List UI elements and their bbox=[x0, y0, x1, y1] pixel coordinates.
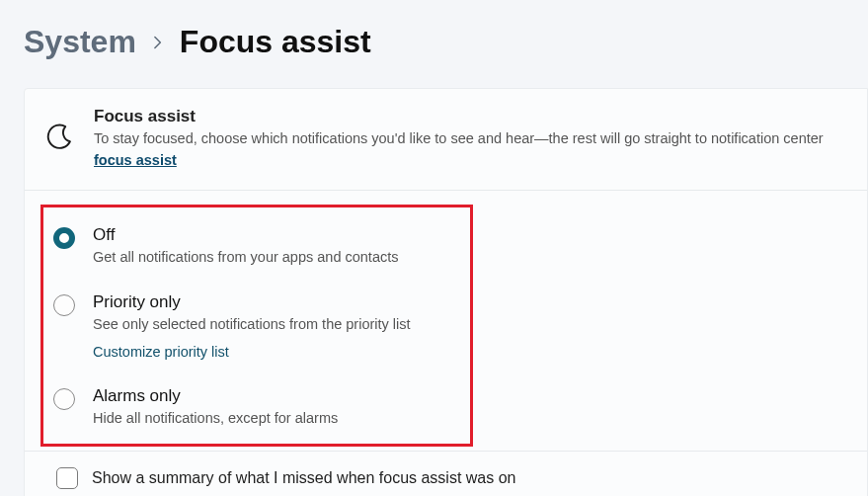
customize-priority-list-link[interactable]: Customize priority list bbox=[93, 344, 229, 360]
card-header: Focus assist To stay focused, choose whi… bbox=[25, 89, 867, 191]
radio-alarms[interactable] bbox=[53, 388, 75, 410]
option-alarms-only[interactable]: Alarms only Hide all notifications, exce… bbox=[47, 378, 454, 434]
breadcrumb: System Focus assist bbox=[0, 0, 868, 72]
option-alarms-desc: Hide all notifications, except for alarm… bbox=[93, 408, 338, 428]
focus-assist-card: Focus assist To stay focused, choose whi… bbox=[24, 88, 868, 496]
breadcrumb-parent[interactable]: System bbox=[24, 24, 136, 60]
focus-assist-options: Off Get all notifications from your apps… bbox=[25, 191, 867, 453]
option-alarms-title: Alarms only bbox=[93, 386, 338, 406]
summary-checkbox[interactable] bbox=[56, 467, 78, 489]
option-off[interactable]: Off Get all notifications from your apps… bbox=[47, 217, 454, 285]
option-off-title: Off bbox=[93, 225, 399, 245]
radio-priority[interactable] bbox=[53, 294, 75, 316]
summary-label: Show a summary of what I missed when foc… bbox=[92, 469, 516, 487]
header-desc-text: To stay focused, choose which notificati… bbox=[94, 130, 824, 146]
focus-assist-help-link[interactable]: focus assist bbox=[94, 152, 177, 168]
header-description: To stay focused, choose which notificati… bbox=[94, 128, 845, 172]
highlight-box: Off Get all notifications from your apps… bbox=[40, 205, 473, 448]
radio-off[interactable] bbox=[53, 227, 75, 249]
option-priority-desc: See only selected notifications from the… bbox=[93, 314, 411, 334]
moon-icon bbox=[46, 107, 74, 150]
option-off-desc: Get all notifications from your apps and… bbox=[93, 247, 399, 267]
header-title: Focus assist bbox=[94, 107, 845, 126]
option-priority-only[interactable]: Priority only See only selected notifica… bbox=[47, 285, 454, 378]
option-priority-title: Priority only bbox=[93, 292, 411, 312]
chevron-right-icon bbox=[152, 30, 164, 55]
summary-row: Show a summary of what I missed when foc… bbox=[25, 452, 867, 496]
breadcrumb-current: Focus assist bbox=[180, 24, 371, 60]
